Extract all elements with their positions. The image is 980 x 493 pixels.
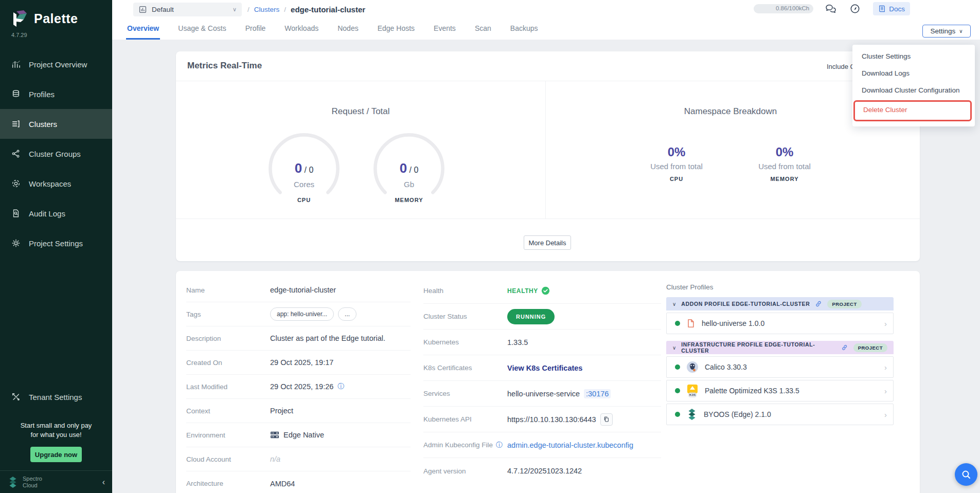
info-icon[interactable]: ⓘ [337, 382, 344, 391]
metrics-title: Metrics Real-Time [187, 61, 262, 71]
tab-usage-costs[interactable]: Usage & Costs [177, 24, 227, 40]
calico-icon [686, 361, 699, 373]
info-icon[interactable]: ⓘ [496, 441, 503, 450]
tab-nodes[interactable]: Nodes [336, 24, 359, 40]
running-status-badge: RUNNING [507, 309, 555, 324]
addon-profile-header[interactable]: ∨ ADDON PROFILE EDGE-TUTORIAL-CLUSTER PR… [666, 297, 894, 311]
sidebar-collapse-chevron[interactable]: ‹ [102, 478, 105, 487]
profile-layer-calico[interactable]: Calico 3.30.3 › [666, 356, 894, 378]
chevron-down-icon: ∨ [959, 28, 963, 34]
tag-overflow-pill[interactable]: ... [338, 307, 357, 321]
name-label: Name [186, 286, 270, 294]
layer-name: BYOOS (Edge) 2.1.0 [704, 410, 771, 418]
settings-button[interactable]: Settings ∨ [922, 25, 971, 38]
menu-item-delete-cluster[interactable]: Delete Cluster [855, 102, 970, 120]
admin-kubeconfig-label: Admin Kubeconfig File [423, 441, 493, 449]
view-k8s-certificates-link[interactable]: View K8s Certificates [507, 364, 582, 372]
menu-item-cluster-settings[interactable]: Cluster Settings [852, 48, 975, 65]
link-icon[interactable] [841, 344, 848, 351]
namespace-breakdown-title: Namespace Breakdown [653, 106, 808, 117]
context-value: Project [270, 407, 293, 415]
environment-value: Edge Native [283, 431, 324, 439]
tab-overview[interactable]: Overview [126, 24, 160, 40]
menu-item-download-cluster-configuration[interactable]: Download Cluster Configuration [852, 82, 975, 99]
chevron-down-icon[interactable]: ∨ [672, 345, 676, 351]
detail-row-cluster-status: Cluster Status RUNNING [423, 304, 661, 330]
detail-row-agent-version: Agent version 4.7.12/20251023.1242 [423, 458, 661, 484]
upgrade-promo: Start small and only pay for what you us… [0, 421, 112, 440]
more-details-button[interactable]: More Details [524, 235, 571, 250]
detail-row-cloud-account: Cloud Account n/a [186, 447, 411, 471]
sidebar-item-project-overview[interactable]: Project Overview [0, 49, 112, 79]
architecture-value: AMD64 [270, 480, 295, 488]
profile-layer-byoos[interactable]: BYOOS (Edge) 2.1.0 › [666, 404, 894, 425]
brand-row: Spectro Cloud ‹ [0, 470, 112, 493]
tab-backups[interactable]: Backups [509, 24, 539, 40]
sidebar-item-project-settings[interactable]: Project Settings [0, 228, 112, 258]
tab-profile[interactable]: Profile [244, 24, 267, 40]
tag-pill[interactable]: app: hello-univer... [270, 307, 334, 321]
agent-version-value: 4.7.12/20251023.1242 [507, 467, 582, 475]
detail-row-environment: Environment Edge Native [186, 423, 411, 447]
detail-row-created-on: Created On 29 Oct 2025, 19:17 [186, 351, 411, 375]
sidebar-bottom: Tenant Settings Start small and only pay… [0, 382, 112, 493]
environment-label: Environment [186, 431, 270, 439]
cluster-details-card: Name edge-tutorial-cluster Tags app: hel… [176, 271, 920, 493]
health-value: HEALTHY [507, 287, 538, 295]
breadcrumb: / Clusters / edge-tutorial-cluster [247, 3, 365, 15]
cpu-gauge-unit: Cores [265, 180, 343, 189]
support-compass-icon[interactable] [849, 3, 861, 14]
upgrade-now-button[interactable]: Upgrade now [30, 447, 82, 462]
infrastructure-profile-header[interactable]: ∨ INFRASTRUCTURE PROFILE EDGE-TUTORIAL-C… [666, 341, 894, 354]
cpu-gauge-caption: CPU [265, 197, 343, 203]
sidebar-item-label: Tenant Settings [29, 393, 82, 401]
sidebar-item-cluster-groups[interactable]: Cluster Groups [0, 139, 112, 169]
services-label: Services [423, 390, 507, 397]
sidebar-item-tenant-settings[interactable]: Tenant Settings [0, 382, 112, 412]
cluster-profiles-title: Cluster Profiles [666, 283, 894, 291]
cpu-used-percent: 0% [620, 145, 733, 159]
breadcrumb-clusters-link[interactable]: Clusters [254, 6, 280, 13]
detail-row-architecture: Architecture AMD64 [186, 471, 411, 493]
search-chat-icon [960, 469, 972, 480]
service-port-link[interactable]: :30176 [584, 389, 611, 398]
sidebar-item-workspaces[interactable]: Workspaces [0, 169, 112, 198]
sidebar-item-audit-logs[interactable]: Audit Logs [0, 198, 112, 228]
tab-workloads[interactable]: Workloads [283, 24, 319, 40]
detail-row-health: Health HEALTHY [423, 278, 661, 304]
menu-item-download-logs[interactable]: Download Logs [852, 65, 975, 82]
agent-version-label: Agent version [423, 467, 507, 475]
detail-row-tags: Tags app: hello-univer... ... [186, 302, 411, 326]
sidebar-item-label: Clusters [29, 120, 57, 129]
health-status: HEALTHY [507, 286, 550, 295]
cloud-account-label: Cloud Account [186, 455, 270, 463]
copy-button[interactable] [600, 413, 613, 426]
help-fab-button[interactable] [955, 463, 977, 486]
settings-button-label: Settings [930, 27, 955, 35]
name-value: edge-tutorial-cluster [270, 286, 336, 294]
cpu-used-caption: Used from total [620, 162, 733, 171]
delete-cluster-highlight-box: Delete Cluster [853, 100, 972, 121]
tab-scan[interactable]: Scan [474, 24, 492, 40]
sidebar-item-label: Profiles [29, 90, 55, 99]
tab-edge-hosts[interactable]: Edge Hosts [377, 24, 416, 40]
profile-layer-hello-universe[interactable]: hello-universe 1.0.0 › [666, 313, 894, 334]
main-content: Metrics Real-Time Include C Request / To… [112, 40, 980, 493]
details-middle-column: Health HEALTHY Cluster Status RUNNING Ku… [423, 278, 661, 484]
sidebar-item-profiles[interactable]: Profiles [0, 79, 112, 109]
sidebar-item-clusters[interactable]: Clusters [0, 109, 112, 139]
chevron-down-icon[interactable]: ∨ [672, 301, 676, 307]
kubeconfig-download-link[interactable]: admin.edge-tutorial-cluster.kubeconfig [507, 441, 633, 449]
tab-events[interactable]: Events [433, 24, 457, 40]
settings-dropdown-menu: Cluster Settings Download Logs Download … [852, 45, 975, 126]
docs-button[interactable]: Docs [873, 2, 910, 15]
details-left-column: Name edge-tutorial-cluster Tags app: hel… [186, 278, 411, 493]
feedback-chat-icon[interactable] [825, 3, 837, 14]
copy-icon [603, 416, 610, 423]
project-selector[interactable]: Default ∨ [133, 3, 242, 16]
project-scope-badge: PROJECT [853, 343, 887, 352]
kubernetes-version-value: 1.33.5 [507, 338, 528, 346]
profile-layer-k3s[interactable]: K3S Palette Optimized K3S 1.33.5 › [666, 380, 894, 401]
memory-gauge-unit: Gb [370, 180, 448, 189]
link-icon[interactable] [815, 300, 822, 307]
